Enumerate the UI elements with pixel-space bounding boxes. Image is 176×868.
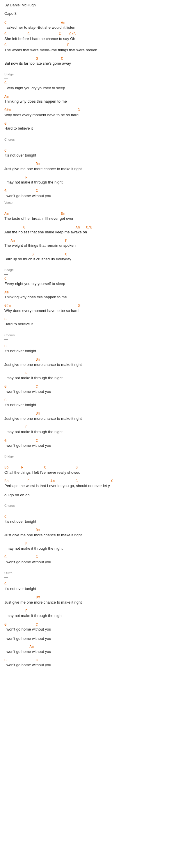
chord-line: C: [4, 582, 172, 586]
chord-line: Am Dm: [4, 212, 172, 216]
chord-line: F: [4, 542, 172, 546]
dash-line: —: [4, 575, 172, 579]
chord-line: C Am: [4, 21, 172, 25]
chord-line: G#m G: [4, 108, 172, 112]
lyric-line: Of all the things I felt I've never real…: [4, 470, 172, 475]
blank-line: [4, 409, 172, 412]
chord-line: F: [4, 425, 172, 429]
chord-lyric-block: G#m GWhy does every moment have to be so…: [4, 108, 172, 118]
chord-lyric-block: G CBut now its far too late she's gone a…: [4, 57, 172, 66]
lyric-line: Just give me one more chance to make it …: [4, 362, 172, 367]
blank-line: [4, 119, 172, 122]
lyric-line: Just give me one more chance to make it …: [4, 166, 172, 172]
lyric-line: I won't go home without you: [4, 560, 172, 565]
section-label: Bridge: [4, 72, 172, 76]
blank-line: [4, 342, 172, 344]
section-label: Chorus: [4, 138, 172, 141]
chord-lyric-block: G FThe words that were mend--the things …: [4, 43, 172, 53]
chord-lyric-block: G CI won't go home without you: [4, 439, 172, 448]
lyric-line: Every night you cry yourself to sleep: [4, 86, 172, 91]
chord-line: G C: [4, 252, 172, 256]
blank-line: [4, 237, 172, 239]
blank-line: [4, 499, 172, 501]
chord-lyric-block: CIt's not over tonight: [4, 149, 172, 158]
chord-lyric-block: Am DmThe taste of her breath, I'll never…: [4, 212, 172, 221]
chord-line: G C: [4, 385, 172, 389]
chord-line: G C: [4, 439, 172, 443]
lyric-line: Just give me one more chance to make it …: [4, 600, 172, 605]
chord-lyric-block: DmJust give me one more chance to make i…: [4, 528, 172, 538]
blank-line: [4, 634, 172, 636]
chord-line: Dm: [4, 528, 172, 532]
dash-line: —: [4, 76, 172, 81]
blank-line: [4, 477, 172, 479]
chord-line: Am: [4, 95, 172, 99]
lyric-line: I may not make it through the night: [4, 546, 172, 551]
blank-line: [4, 55, 172, 57]
blank-line: [4, 369, 172, 371]
blank-line: [4, 463, 172, 466]
lyric-line: I may not make it through the night: [4, 375, 172, 381]
chord-lyric-block: G Am C/BAnd the noises that she make kee…: [4, 225, 172, 235]
blank-line: [4, 264, 172, 266]
chord-line: Am: [4, 290, 172, 294]
lyric-line: Why does every moment have to be so hard: [4, 113, 172, 118]
blank-line: [4, 643, 172, 645]
chord-line: Dm: [4, 358, 172, 362]
dash-line: —: [4, 337, 172, 342]
chord-line: C: [4, 344, 172, 348]
capo-line: Capo 3: [4, 11, 172, 16]
blank-line: [4, 620, 172, 623]
dash-line: —: [4, 272, 172, 276]
chord-lyric-block: G CI won't go home without you: [4, 385, 172, 394]
chord-line: G C: [4, 555, 172, 559]
blank-line: [4, 593, 172, 595]
chord-lyric-block: DmJust give me one more chance to make i…: [4, 595, 172, 605]
blank-line: [4, 539, 172, 542]
blank-line: [4, 566, 172, 569]
section-label: Verse: [4, 201, 172, 205]
chord-lyric-block: G CBuilt up so much it crushed us everyd…: [4, 252, 172, 262]
lyric-line: I may not make it through the night: [4, 613, 172, 618]
chord-line: C: [4, 149, 172, 153]
chord-lyric-block: DmJust give me one more chance to make i…: [4, 412, 172, 421]
chord-lyric-block: G#m GWhy does every moment have to be so…: [4, 304, 172, 313]
chord-line: Bb F Am G G: [4, 479, 172, 483]
chord-lyric-block: CIt's not over tonight: [4, 582, 172, 592]
lyric-line: I won't go home without you: [4, 627, 172, 632]
chord-lyric-block: CEvery night you cry yourself to sleep: [4, 277, 172, 286]
blank-line: [4, 174, 172, 176]
blank-line: [4, 355, 172, 358]
chord-line: G Am C/B: [4, 225, 172, 229]
chord-lyric-block: G CI won't go home without you: [4, 623, 172, 632]
blank-line: [4, 187, 172, 189]
blank-line: [4, 288, 172, 290]
blank-line: [4, 19, 172, 21]
chord-line: Dm: [4, 595, 172, 599]
chord-line: G F: [4, 43, 172, 47]
lyric-line: Thinking why does this happen to me: [4, 99, 172, 104]
chord-line: F: [4, 371, 172, 375]
blank-line: [4, 490, 172, 493]
blank-line: [4, 553, 172, 555]
lyric-line: Hard to believe it: [4, 321, 172, 327]
chord-lyric-block: CIt's not over tonight: [4, 515, 172, 524]
blank-line: [4, 396, 172, 398]
blank-line: [4, 526, 172, 528]
blank-line: [4, 607, 172, 609]
lyric-line: The taste of her breath, I'll never get …: [4, 216, 172, 221]
chord-lyric-block: G G C C/BShe left before I had the chanc…: [4, 32, 172, 42]
lyric-line: I won't go home without you: [4, 193, 172, 198]
blank-line: [4, 106, 172, 108]
blank-line: [4, 160, 172, 162]
lyric-line: Why does every moment have to be so hard: [4, 308, 172, 313]
lyric-line: Every night you cry yourself to sleep: [4, 281, 172, 286]
lyric-line: The weight of things that remain unspoke…: [4, 243, 172, 248]
blank-line: [4, 302, 172, 304]
chord-line: G C: [4, 189, 172, 193]
chord-line: Am: [4, 645, 172, 649]
dash-line: —: [4, 205, 172, 209]
lyric-line: I may not make it through the night: [4, 429, 172, 435]
section-label: Bridge: [4, 455, 172, 458]
section-label: Bridge: [4, 268, 172, 272]
